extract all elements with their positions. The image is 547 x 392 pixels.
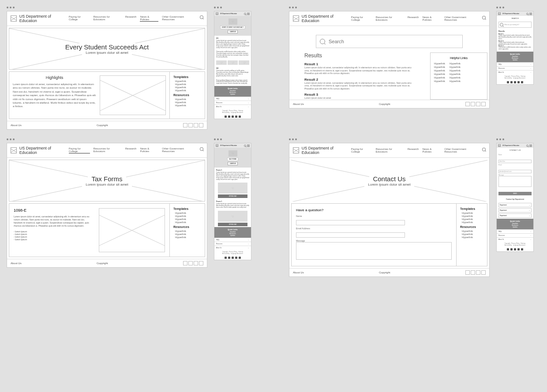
social-icons[interactable]: [497, 80, 533, 84]
message-input[interactable]: [498, 176, 532, 187]
footer-link[interactable]: About Us: [293, 271, 304, 274]
nav-item[interactable]: Resources for Educators: [94, 15, 122, 22]
nav-item[interactable]: Research: [125, 147, 137, 153]
nav-item-active[interactable]: Paying for College: [69, 147, 90, 153]
search-icon[interactable]: [526, 145, 528, 147]
email-input[interactable]: [498, 170, 532, 173]
helpful-links: Helpful Links HyperlinkHyperlinkHyperlin…: [430, 52, 487, 100]
hero-title: Every Student Succeeds Act: [62, 43, 152, 51]
social-icons[interactable]: [465, 102, 486, 106]
search-input[interactable]: What are you looking for?: [498, 22, 532, 28]
nav-item[interactable]: Resources for Educators: [376, 148, 404, 153]
hero-image: ♡: [229, 19, 237, 25]
search-icon[interactable]: [526, 13, 528, 15]
nav-item[interactable]: Research: [125, 15, 137, 22]
menu-icon[interactable]: [247, 145, 250, 147]
sidebar: Templates HyperlinkHyperlinkHyperlinkHyp…: [170, 203, 205, 257]
nav-item[interactable]: Paying for College: [351, 16, 372, 21]
quick-links: Quick LinksTemplatesResourcesUpdates: [497, 219, 533, 229]
download-button[interactable]: DOWNLOAD: [218, 194, 247, 198]
search-input[interactable]: [329, 39, 459, 44]
message-input[interactable]: [296, 242, 452, 260]
nav-item[interactable]: Research: [408, 16, 419, 21]
nav-item[interactable]: News & Policies: [140, 147, 158, 153]
social-icons[interactable]: [465, 270, 486, 275]
sidebar: Templates HyperlinkHyperlinkHyperlinkHyp…: [457, 203, 487, 266]
result-title[interactable]: Result 1: [304, 62, 417, 66]
accordion-resources[interactable]: Resources⌄: [497, 233, 533, 237]
name-input[interactable]: [498, 160, 532, 163]
result-title[interactable]: Result 2: [304, 78, 417, 82]
footer: About Us Copyright: [289, 268, 489, 276]
page-contact-mobile: US Department of Education CONTACT US Na…: [496, 143, 534, 252]
search-icon[interactable]: [482, 148, 486, 151]
sidebar-link[interactable]: Hyperlink: [173, 83, 201, 86]
nav-item[interactable]: Paying for College: [69, 15, 90, 22]
department-select[interactable]: Department⌄: [498, 208, 532, 213]
result-title[interactable]: Result 3: [304, 93, 417, 97]
nav-item[interactable]: Other Government Resources: [444, 16, 479, 21]
download-button[interactable]: DOWNLOAD: [218, 223, 247, 226]
nav-item[interactable]: Other Government Resources: [162, 15, 196, 22]
image-placeholder: [100, 75, 166, 115]
learn-more-button[interactable]: LEARN M: [228, 162, 238, 165]
nav-item[interactable]: Other Government Resources: [162, 147, 196, 153]
search-icon[interactable]: [200, 147, 203, 151]
sidebar-link[interactable]: Hyperlink: [173, 89, 201, 92]
social-icons[interactable]: [497, 247, 533, 251]
footer-link[interactable]: About Us: [11, 124, 22, 127]
nav-item[interactable]: Research: [408, 148, 419, 153]
send-button[interactable]: SEND: [498, 192, 532, 195]
accordion-about[interactable]: About Us⌄: [214, 246, 251, 250]
search-icon[interactable]: [244, 13, 246, 15]
sidebar-link[interactable]: Hyperlink: [173, 212, 201, 214]
sidebar-link[interactable]: Hyperlink: [173, 104, 201, 107]
search-icon[interactable]: [200, 15, 203, 19]
nav-item[interactable]: News & Policies: [422, 148, 441, 153]
link[interactable]: Hyperlink: [434, 62, 445, 65]
menu-icon[interactable]: [247, 13, 250, 15]
sidebar-link[interactable]: Hyperlink: [173, 101, 201, 104]
sidebar-link[interactable]: Hyperlink: [173, 98, 201, 101]
learn-more-button[interactable]: LEARN M: [228, 30, 238, 34]
accordion-faqs[interactable]: FAQs⌄: [497, 62, 533, 66]
department-select[interactable]: Department⌄: [498, 213, 532, 218]
social-icons[interactable]: [214, 115, 251, 119]
footer-link[interactable]: About Us: [11, 262, 22, 265]
accordion-faqs[interactable]: FAQs⌄: [214, 97, 251, 101]
accordion-resources[interactable]: Resources⌄: [497, 66, 533, 70]
name-input[interactable]: [296, 220, 405, 225]
hero-label: TAX FORMS: [227, 157, 238, 161]
form-text: Lorem ipsum dolor sit amet, consectetur …: [14, 215, 92, 228]
search-icon[interactable]: [244, 145, 246, 147]
accordion-resources[interactable]: Resources⌄: [214, 101, 251, 105]
footer-link[interactable]: About Us: [293, 103, 304, 105]
department-select[interactable]: Department⌄: [498, 203, 532, 207]
nav-item[interactable]: Resources for Educators: [376, 16, 404, 21]
mobile-hero: ♡ EVERY STUDENT SUCCEEDS ACT LEARN M: [214, 16, 251, 36]
window-dots: [496, 138, 534, 140]
accordion-faqs[interactable]: FAQs⌄: [497, 229, 533, 233]
nav-item[interactable]: Resources for Educators: [94, 147, 122, 153]
email-input[interactable]: [296, 232, 405, 238]
copyright: Copyright: [379, 271, 390, 274]
social-icons[interactable]: [214, 256, 251, 260]
search-icon[interactable]: [482, 16, 486, 19]
accordion-about[interactable]: About Us⌄: [497, 237, 533, 241]
social-icons[interactable]: [183, 123, 203, 127]
sidebar-link[interactable]: Hyperlink: [173, 80, 201, 82]
nav-item-active[interactable]: News & Policies: [140, 15, 158, 22]
social-icons[interactable]: [183, 261, 203, 265]
nav-item[interactable]: Other Government Resources: [444, 148, 479, 153]
accordion-about[interactable]: About Us⌄: [497, 70, 533, 74]
menu-icon[interactable]: [529, 13, 532, 15]
logo-icon: [216, 144, 218, 147]
accordion-about[interactable]: About Us⌄: [214, 105, 251, 108]
nav-item[interactable]: Paying for College: [351, 148, 372, 153]
image-placeholder: ♡: [218, 211, 247, 222]
accordion-resources[interactable]: Resources⌄: [214, 242, 251, 246]
nav-item[interactable]: News & Policies: [422, 16, 441, 21]
menu-icon[interactable]: [529, 145, 532, 147]
accordion-faqs[interactable]: FAQs⌄: [214, 238, 251, 242]
sidebar-link[interactable]: Hyperlink: [173, 86, 201, 89]
